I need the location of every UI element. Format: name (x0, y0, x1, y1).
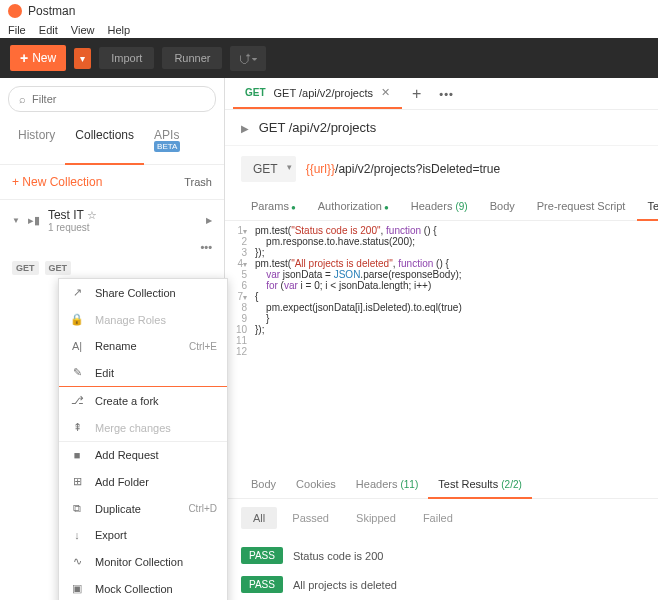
result-row: PASS All projects is deleted (241, 570, 642, 599)
sidebar-tabs: History Collections APIs BETA (0, 120, 224, 165)
tab-collections[interactable]: Collections (65, 120, 144, 164)
context-menu: ↗Share Collection🔒Manage RolesA|RenameCt… (58, 278, 228, 600)
collection-item[interactable]: ▼ ▸▮ Test IT ☆ 1 request ▶ (0, 200, 224, 241)
menu-item-label: Edit (95, 367, 114, 379)
test-results: PASS Status code is 200 PASS All project… (225, 537, 658, 600)
new-collection-row: + New Collection Trash (0, 165, 224, 200)
import-button[interactable]: Import (99, 47, 154, 69)
request-method-badge[interactable]: GET (12, 261, 39, 275)
result-text: Status code is 200 (293, 550, 384, 562)
menu-item-icon: ▣ (69, 582, 85, 595)
collection-expand-icon[interactable]: ▶ (206, 216, 212, 225)
context-menu-item[interactable]: ✎Edit (59, 359, 227, 386)
beta-badge: BETA (154, 141, 180, 152)
tab-prerequest[interactable]: Pre-request Script (527, 192, 636, 220)
context-menu-item[interactable]: ▣Mock Collection (59, 575, 227, 600)
request-subtabs: Params● Authorization● Headers (9) Body … (225, 192, 658, 221)
context-menu-item[interactable]: ∿Monitor Collection (59, 548, 227, 575)
search-icon: ⌕ (19, 93, 26, 105)
menu-item-icon: ⊞ (69, 475, 85, 488)
filter-input[interactable] (32, 93, 205, 105)
resp-tab-cookies[interactable]: Cookies (286, 470, 346, 498)
context-menu-item[interactable]: ↓Export (59, 522, 227, 548)
shortcut-label: Ctrl+E (189, 341, 217, 352)
result-filter-row: All Passed Skipped Failed (225, 499, 658, 537)
url-variable: {{url}} (306, 162, 335, 176)
request-method-badge[interactable]: GET (45, 261, 72, 275)
collection-subtitle: 1 request (48, 222, 198, 233)
menu-item-icon: ⎇ (69, 394, 85, 407)
request-bar: GET {{url}}/api/v2/projects?isDeleted=tr… (225, 146, 658, 192)
tab-method: GET (245, 87, 266, 98)
tab-apis-label: APIs (154, 128, 179, 142)
pass-badge: PASS (241, 547, 283, 564)
tab-history[interactable]: History (8, 120, 65, 164)
resp-tab-headers[interactable]: Headers (11) (346, 470, 428, 498)
menu-view[interactable]: View (71, 24, 95, 36)
menu-item-icon: A| (69, 340, 85, 352)
context-menu-item[interactable]: ⧉DuplicateCtrl+D (59, 495, 227, 522)
menu-item-icon: ✎ (69, 366, 85, 379)
url-input[interactable]: {{url}}/api/v2/projects?isDeleted=true (306, 162, 500, 176)
tab-auth[interactable]: Authorization● (308, 192, 399, 220)
tabs-row: GET GET /api/v2/projects ✕ + ••• (225, 78, 658, 110)
context-menu-item[interactable]: ↗Share Collection (59, 279, 227, 306)
context-menu-item[interactable]: A|RenameCtrl+E (59, 333, 227, 359)
menubar: File Edit View Help (0, 22, 658, 38)
menu-file[interactable]: File (8, 24, 26, 36)
collection-more-icon[interactable]: ••• (200, 241, 212, 253)
close-icon[interactable]: ✕ (381, 86, 390, 99)
tab-apis[interactable]: APIs BETA (144, 120, 216, 164)
sidebar: ⌕ History Collections APIs BETA + New Co… (0, 78, 225, 600)
filter-skipped[interactable]: Skipped (344, 507, 408, 529)
new-button-label: New (32, 51, 56, 65)
menu-item-icon: ⇞ (69, 421, 85, 434)
menu-item-icon: ∿ (69, 555, 85, 568)
menu-item-icon: ■ (69, 449, 85, 461)
toolbar: + New ▾ Import Runner ⮍▾ (0, 38, 658, 78)
dot-icon: ● (384, 203, 389, 212)
breadcrumb-arrow-icon[interactable]: ▶ (241, 123, 249, 134)
titlebar: Postman (0, 0, 658, 22)
request-tab[interactable]: GET GET /api/v2/projects ✕ (233, 78, 402, 109)
code-editor[interactable]: 1▾pm.test("Status code is 200", function… (225, 221, 658, 361)
tab-body[interactable]: Body (480, 192, 525, 220)
tab-params[interactable]: Params● (241, 192, 306, 220)
trash-link[interactable]: Trash (184, 176, 212, 188)
context-menu-item: ⇞Merge changes (59, 414, 227, 441)
result-row: PASS Status code is 200 (241, 541, 642, 570)
tab-tests[interactable]: Tests● (637, 192, 658, 220)
method-select[interactable]: GET (241, 156, 296, 182)
menu-item-label: Mock Collection (95, 583, 173, 595)
context-menu-item[interactable]: ⊞Add Folder (59, 468, 227, 495)
dot-icon: ● (291, 203, 296, 212)
breadcrumb-text: GET /api/v2/projects (259, 120, 377, 135)
filter-passed[interactable]: Passed (280, 507, 341, 529)
resp-tab-body[interactable]: Body (241, 470, 286, 498)
star-icon[interactable]: ☆ (87, 209, 97, 221)
menu-item-label: Add Request (95, 449, 159, 461)
resp-tab-results[interactable]: Test Results (2/2) (428, 470, 532, 498)
shortcut-label: Ctrl+D (188, 503, 217, 514)
menu-edit[interactable]: Edit (39, 24, 58, 36)
expand-icon[interactable]: ▼ (12, 216, 20, 225)
tab-headers[interactable]: Headers (9) (401, 192, 478, 220)
new-collection-button[interactable]: + New Collection (12, 175, 102, 189)
runner-button[interactable]: Runner (162, 47, 222, 69)
menu-item-icon: 🔒 (69, 313, 85, 326)
filter-all[interactable]: All (241, 507, 277, 529)
menu-help[interactable]: Help (108, 24, 131, 36)
menu-item-label: Rename (95, 340, 137, 352)
filter-failed[interactable]: Failed (411, 507, 465, 529)
capture-button[interactable]: ⮍▾ (230, 46, 266, 71)
new-button[interactable]: + New (10, 45, 66, 71)
add-tab-button[interactable]: + (402, 79, 431, 109)
folder-icon: ▸▮ (28, 214, 40, 227)
result-text: All projects is deleted (293, 579, 397, 591)
new-dropdown[interactable]: ▾ (74, 48, 91, 69)
context-menu-item[interactable]: ■Add Request (59, 442, 227, 468)
tab-more-icon[interactable]: ••• (431, 82, 462, 106)
plus-icon: + (20, 50, 28, 66)
context-menu-item[interactable]: ⎇Create a fork (59, 387, 227, 414)
filter-box[interactable]: ⌕ (8, 86, 216, 112)
